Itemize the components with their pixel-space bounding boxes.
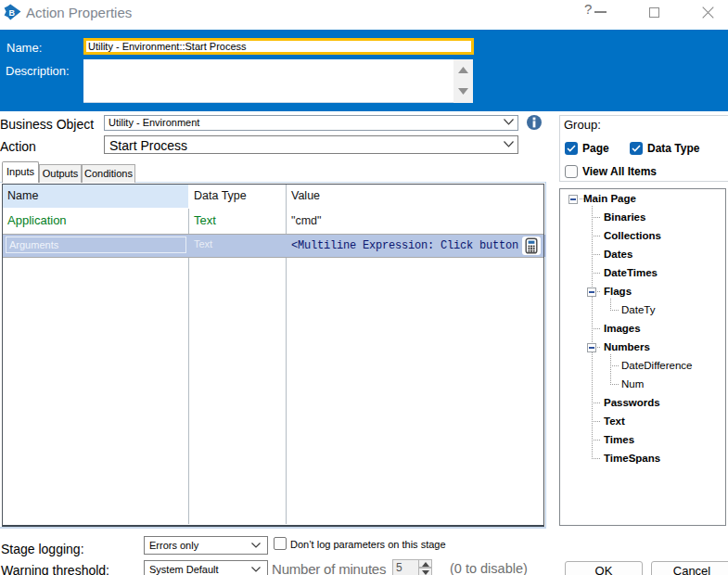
svg-text:B: B <box>9 8 16 18</box>
